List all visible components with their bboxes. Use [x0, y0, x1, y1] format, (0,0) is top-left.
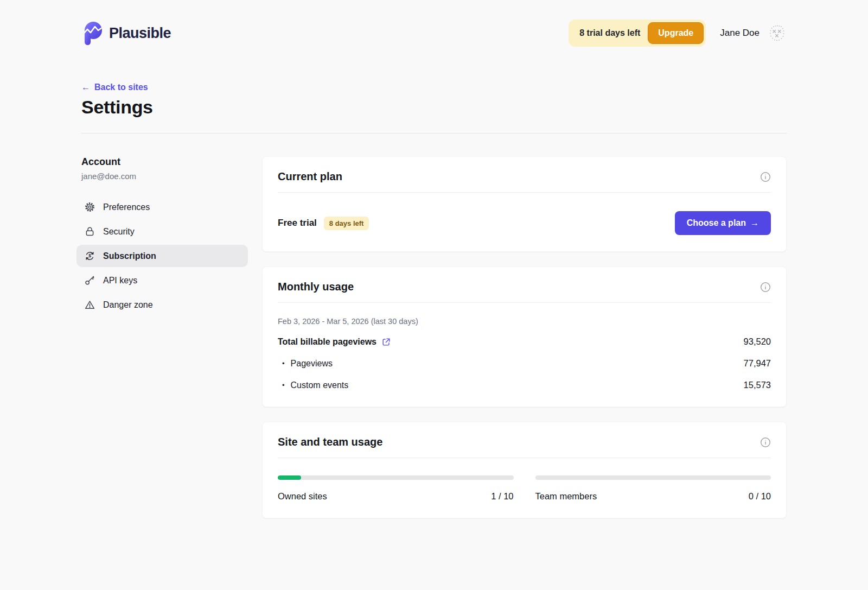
owned-sites-label: Owned sites	[278, 491, 327, 502]
back-arrow-icon: ←	[81, 83, 90, 92]
user-menu[interactable]: Jane Doe	[720, 23, 787, 43]
sidebar-item-api-keys[interactable]: API keys	[76, 269, 248, 291]
choose-plan-button[interactable]: Choose a plan →	[675, 211, 771, 235]
account-email: jane@doe.com	[81, 172, 248, 181]
days-left-badge: 8 days left	[324, 217, 369, 230]
usage-row-pageviews: Pageviews 77,947	[278, 358, 771, 369]
sidebar-section-title: Account	[81, 156, 248, 168]
plan-name: Free trial	[278, 218, 317, 229]
card-divider	[278, 458, 771, 458]
custom-events-label: Custom events	[282, 380, 348, 390]
top-right-cluster: 8 trial days left Upgrade Jane Doe	[569, 20, 787, 47]
back-link-label: Back to sites	[94, 83, 148, 92]
settings-sidebar: Account jane@doe.com Preferences	[81, 156, 248, 316]
monthly-usage-card: Monthly usage Feb 3, 2026 - Mar 5, 2026 …	[262, 267, 787, 407]
progress-track	[278, 475, 514, 480]
page-head: ← Back to sites Settings	[81, 83, 787, 134]
usage-period: Feb 3, 2026 - Mar 5, 2026 (last 30 days)	[278, 317, 771, 326]
svg-text:$: $	[88, 253, 91, 258]
content: Account jane@doe.com Preferences	[81, 156, 787, 518]
arrow-right-icon: →	[750, 218, 759, 228]
custom-events-value: 15,573	[744, 380, 771, 390]
gear-icon	[84, 201, 95, 213]
dollar-cycle-icon: $	[84, 250, 95, 262]
info-icon[interactable]	[760, 172, 771, 182]
plausible-logo-icon	[81, 21, 103, 46]
lock-icon	[84, 226, 95, 237]
settings-main: Current plan Free trial 8 days left Choo…	[262, 156, 787, 518]
team-members-label: Team members	[535, 491, 597, 502]
usage-row-custom-events: Custom events 15,573	[278, 380, 771, 390]
card-title: Current plan	[278, 170, 342, 183]
site-team-usage-card: Site and team usage Owned site	[262, 422, 787, 518]
choose-plan-label: Choose a plan	[687, 218, 746, 228]
external-link-icon[interactable]	[381, 337, 391, 347]
sidebar-item-label: API keys	[103, 276, 137, 286]
sidebar-item-label: Subscription	[103, 251, 156, 261]
progress-fill	[278, 475, 301, 480]
sidebar-item-label: Danger zone	[103, 300, 153, 310]
pageviews-value: 77,947	[744, 358, 771, 369]
info-icon[interactable]	[760, 282, 771, 293]
sidebar-item-label: Security	[103, 227, 135, 237]
current-plan-card: Current plan Free trial 8 days left Choo…	[262, 156, 787, 252]
avatar	[767, 23, 787, 43]
page: Plausible 8 trial days left Upgrade Jane…	[81, 0, 787, 518]
total-billable-row: Total billable pageviews 93,520	[278, 337, 771, 347]
team-members-value: 0 / 10	[749, 491, 771, 502]
total-billable-label: Total billable pageviews	[278, 337, 376, 347]
total-billable-value: 93,520	[744, 337, 771, 347]
user-name: Jane Doe	[720, 28, 760, 39]
sidebar-item-security[interactable]: Security	[76, 220, 248, 243]
card-divider	[278, 302, 771, 303]
owned-sites-value: 1 / 10	[491, 491, 513, 502]
sidebar-item-label: Preferences	[103, 202, 150, 212]
upgrade-button[interactable]: Upgrade	[648, 22, 704, 44]
sidebar-item-preferences[interactable]: Preferences	[76, 196, 248, 218]
warning-icon	[84, 299, 95, 310]
key-icon	[84, 275, 95, 286]
page-divider	[81, 133, 787, 134]
back-to-sites-link[interactable]: ← Back to sites	[81, 83, 148, 92]
sidebar-item-subscription[interactable]: $ Subscription	[76, 245, 248, 267]
sidebar-item-danger-zone[interactable]: Danger zone	[76, 294, 248, 316]
team-members-meter: Team members 0 / 10	[535, 475, 771, 502]
trial-banner: 8 trial days left Upgrade	[569, 20, 706, 47]
trial-days-left-text: 8 trial days left	[579, 28, 640, 38]
card-title: Site and team usage	[278, 436, 382, 448]
card-title: Monthly usage	[278, 281, 354, 293]
brand-name: Plausible	[109, 25, 171, 42]
page-title: Settings	[81, 97, 787, 118]
plausible-logo[interactable]: Plausible	[81, 21, 171, 46]
info-icon[interactable]	[760, 437, 771, 448]
pageviews-label: Pageviews	[282, 359, 333, 369]
card-divider	[278, 192, 771, 193]
owned-sites-meter: Owned sites 1 / 10	[278, 475, 514, 502]
progress-track	[535, 475, 771, 480]
top-bar: Plausible 8 trial days left Upgrade Jane…	[81, 20, 787, 47]
settings-nav: Preferences Security	[76, 196, 248, 316]
